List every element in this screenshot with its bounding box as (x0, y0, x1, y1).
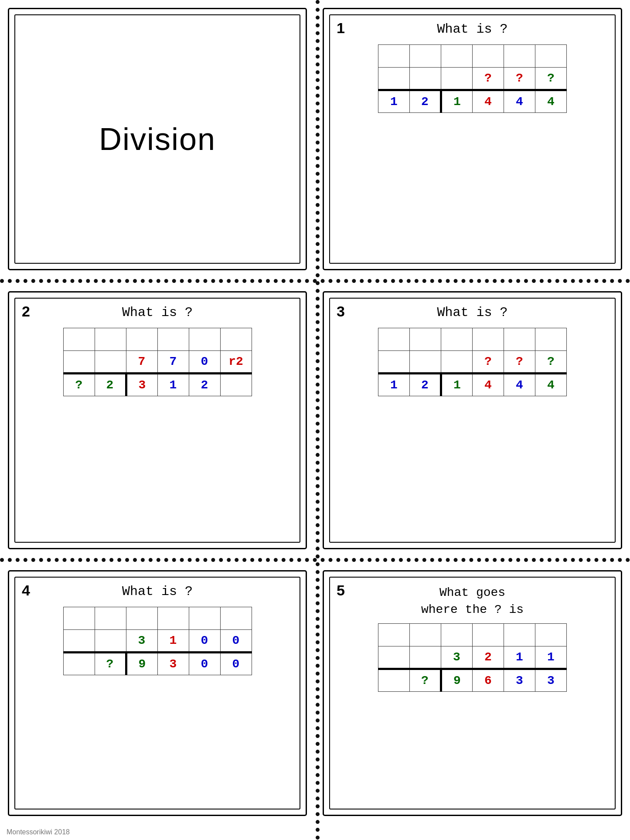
card-4: 4 What is ? 3 1 0 0 (0, 562, 315, 824)
card-2: 2 What is ? 7 7 0 r2 ? (0, 283, 315, 557)
card-1: 1 What is ? ? ? ? 1 2 (315, 0, 630, 278)
division-title: Division (99, 121, 216, 157)
card-1-table: ? ? ? 1 2 1 4 4 4 (378, 44, 567, 113)
card-division: Division (0, 0, 315, 278)
card-3: 3 What is ? ? ? ? 1 2 (315, 283, 630, 557)
card-2-number: 2 (22, 303, 30, 320)
card-2-question: What is ? (122, 305, 193, 320)
card-4-question: What is ? (122, 584, 193, 599)
footer-text: Montessorikiwi 2018 (7, 828, 70, 836)
card-1-number: 1 (337, 20, 345, 37)
card-5: 5 What goeswhere the ? is 3 2 1 1 (315, 562, 630, 824)
card-1-question: What is ? (437, 22, 507, 37)
card-3-number: 3 (337, 303, 345, 320)
card-5-table: 3 2 1 1 ? 9 6 3 3 (378, 623, 567, 692)
card-4-table: 3 1 0 0 ? 9 3 0 0 (63, 607, 252, 675)
card-3-question: What is ? (437, 305, 507, 320)
card-5-question: What goeswhere the ? is (334, 584, 610, 618)
card-4-number: 4 (22, 582, 30, 599)
card-3-table: ? ? ? 1 2 1 4 4 4 (378, 328, 567, 396)
card-2-table: 7 7 0 r2 ? 2 3 1 2 (63, 328, 252, 396)
footer: Montessorikiwi 2018 (7, 828, 70, 837)
card-5-number: 5 (337, 582, 345, 599)
